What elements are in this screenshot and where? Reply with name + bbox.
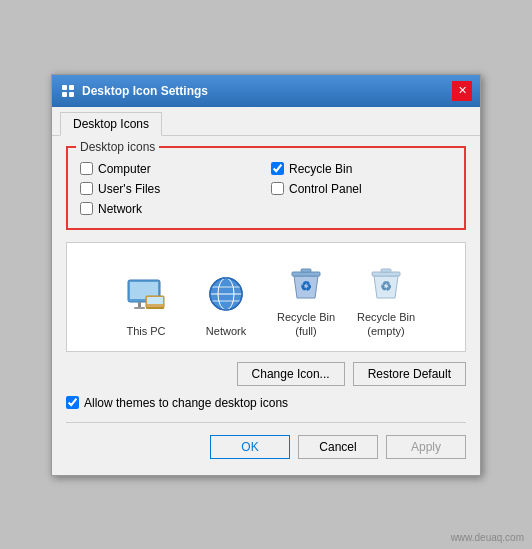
title-bar: Desktop Icon Settings ✕ [52, 75, 480, 107]
svg-rect-21 [381, 269, 391, 272]
svg-rect-1 [69, 85, 74, 90]
icon-this-pc[interactable]: This PC [116, 272, 176, 338]
apply-button[interactable]: Apply [386, 435, 466, 459]
icons-preview-panel: This PC Network [66, 242, 466, 352]
action-buttons-row: Change Icon... Restore Default [66, 362, 466, 386]
dialog-title: Desktop Icon Settings [82, 84, 208, 98]
recycle-empty-label: Recycle Bin(empty) [357, 310, 415, 339]
svg-rect-20 [372, 272, 400, 276]
svg-rect-17 [292, 272, 320, 276]
footer-row: OK Cancel Apply [66, 431, 466, 465]
this-pc-icon [122, 272, 170, 320]
ok-button[interactable]: OK [210, 435, 290, 459]
checkbox-users-files-label: User's Files [98, 182, 160, 196]
desktop-icons-section: Desktop icons Computer Recycle Bin User'… [66, 146, 466, 230]
this-pc-label: This PC [126, 324, 165, 338]
checkbox-users-files-input[interactable] [80, 182, 93, 195]
checkbox-network[interactable]: Network [80, 202, 261, 216]
svg-rect-9 [147, 297, 163, 304]
allow-themes-row: Allow themes to change desktop icons [66, 396, 466, 410]
cancel-button[interactable]: Cancel [298, 435, 378, 459]
checkbox-users-files[interactable]: User's Files [80, 182, 261, 196]
icon-recycle-full[interactable]: ♻ Recycle Bin(full) [276, 258, 336, 339]
section-legend: Desktop icons [76, 140, 159, 154]
checkbox-control-panel-label: Control Panel [289, 182, 362, 196]
svg-text:♻: ♻ [380, 279, 392, 294]
checkbox-recycle-bin-label: Recycle Bin [289, 162, 352, 176]
svg-rect-6 [138, 302, 141, 307]
checkbox-control-panel-input[interactable] [271, 182, 284, 195]
tab-bar: Desktop Icons [52, 107, 480, 136]
title-settings-icon [60, 83, 76, 99]
dialog-window: Desktop Icon Settings ✕ Desktop Icons De… [51, 74, 481, 476]
icon-recycle-empty[interactable]: ♻ Recycle Bin(empty) [356, 258, 416, 339]
svg-rect-7 [134, 307, 145, 309]
allow-themes-checkbox[interactable] [66, 396, 79, 409]
svg-rect-0 [62, 85, 67, 90]
tab-desktop-icons[interactable]: Desktop Icons [60, 112, 162, 136]
recycle-empty-icon: ♻ [362, 258, 410, 306]
footer-divider [66, 422, 466, 423]
watermark: www.deuaq.com [451, 532, 524, 543]
checkbox-network-label: Network [98, 202, 142, 216]
svg-rect-10 [146, 307, 164, 309]
checkbox-computer-input[interactable] [80, 162, 93, 175]
checkbox-network-input[interactable] [80, 202, 93, 215]
checkbox-computer[interactable]: Computer [80, 162, 261, 176]
dialog-body: Desktop icons Computer Recycle Bin User'… [52, 136, 480, 475]
allow-themes-label[interactable]: Allow themes to change desktop icons [84, 396, 288, 410]
svg-rect-3 [69, 92, 74, 97]
svg-text:♻: ♻ [300, 279, 312, 294]
svg-rect-2 [62, 92, 67, 97]
checkbox-recycle-bin-input[interactable] [271, 162, 284, 175]
close-button[interactable]: ✕ [452, 81, 472, 101]
checkboxes-grid: Computer Recycle Bin User's Files Contro… [80, 162, 452, 216]
checkbox-control-panel[interactable]: Control Panel [271, 182, 452, 196]
recycle-full-icon: ♻ [282, 258, 330, 306]
svg-rect-18 [301, 269, 311, 272]
network-label: Network [206, 324, 246, 338]
recycle-full-label: Recycle Bin(full) [277, 310, 335, 339]
checkbox-computer-label: Computer [98, 162, 151, 176]
icon-network[interactable]: Network [196, 272, 256, 338]
checkbox-recycle-bin[interactable]: Recycle Bin [271, 162, 452, 176]
change-icon-button[interactable]: Change Icon... [237, 362, 345, 386]
network-icon [202, 272, 250, 320]
restore-default-button[interactable]: Restore Default [353, 362, 466, 386]
